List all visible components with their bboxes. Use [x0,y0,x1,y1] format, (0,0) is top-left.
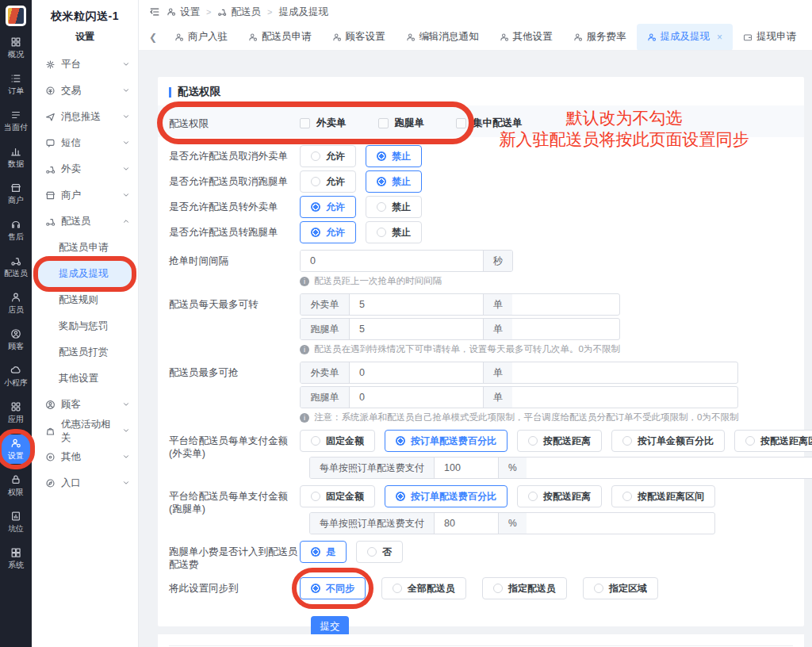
radio-by-distance[interactable]: 按配送距离 [517,430,602,452]
radio-by-distance[interactable]: 按配送距离 [517,485,602,507]
sidebar-subitem-courier-apply[interactable]: 配送员申请 [32,235,138,261]
radio-allow[interactable]: 允许 [300,221,356,243]
daily-transfer-paotui-input[interactable]: 5 [350,319,483,339]
user-icon [406,33,416,42]
checkbox-icon[interactable] [456,118,466,128]
sidebar-item-entry[interactable]: 入口 [32,470,138,496]
breadcrumb: 设置 > 配送员 > 提成及提现 [139,0,812,24]
rail-item-merchant[interactable]: 商户 [2,179,30,209]
checkbox-icon[interactable] [300,118,310,128]
row-grab-interval: 抢单时间间隔 0 秒 i配送员距上一次抢单的时间间隔 [169,250,793,287]
tab-courier-apply[interactable]: 配送员申请 [238,24,322,51]
radio-forbid[interactable]: 禁止 [366,221,422,243]
max-grab-waimai-input[interactable]: 0 [350,362,483,383]
radio-yes[interactable]: 是 [300,541,347,563]
tab-courier[interactable]: 配送员 [806,24,812,51]
customer-icon [45,400,56,410]
tab-commission-withdraw[interactable]: 提成及提现× [637,24,733,51]
row-sync-to: 将此设置同步到 不同步 全部配送员 指定配送员 指定区域 [169,577,793,599]
max-grab-paotui-input[interactable]: 0 [350,387,483,408]
collapse-menu-icon[interactable] [149,6,160,17]
sidebar-item-courier[interactable]: 配送员 [32,209,138,235]
rail-item-staff[interactable]: 店员 [2,289,30,318]
breadcrumb-item-settings[interactable]: 设置 [167,6,200,19]
tab-withdraw-apply[interactable]: 提现申请 [733,24,806,51]
tab-service-rate[interactable]: 服务费率 [563,24,637,51]
app-logo[interactable] [6,6,26,26]
radio-fixed-amount[interactable]: 固定金额 [300,430,375,452]
user-icon [573,33,583,42]
sidebar-item-sms[interactable]: 短信 [32,130,138,156]
radio-icon [311,151,320,161]
rail-item-orders[interactable]: 订单 [2,70,30,99]
rail-item-customer[interactable]: 顾客 [2,325,30,354]
breadcrumb-item-courier[interactable]: 配送员 [217,6,261,19]
radio-all-couriers[interactable]: 全部配送员 [381,577,466,599]
chevron-down-icon [122,426,130,437]
rail-item-apps[interactable]: 应用 [2,398,30,427]
radio-no-sync[interactable]: 不同步 [300,577,366,599]
app-subtitle: 设置 [32,30,138,44]
radio-by-distance-range[interactable]: 按配送距离区间 [734,430,812,452]
tab-merchant-onboard[interactable]: 商户入驻 [164,24,238,51]
radio-specified-area[interactable]: 指定区域 [583,577,658,599]
tab-other-settings[interactable]: 其他设置 [489,24,563,51]
rail-item-slot[interactable]: 坑位 [2,507,30,537]
sidebar-subitem-reward-punish[interactable]: 奖励与惩罚 [32,313,138,339]
radio-icon [311,436,320,446]
sidebar-item-merchant[interactable]: 商户 [32,182,138,209]
rail-item-settings[interactable]: 设置 [2,435,30,464]
radio-allow[interactable]: 允许 [300,145,356,167]
sidebar-item-customer[interactable]: 顾客 [32,392,138,418]
radio-by-delivery-fee-percent[interactable]: 按订单配送费百分比 [385,430,508,452]
rail-item-miniprogram[interactable]: 小程序 [2,362,30,391]
daily-transfer-waimai-input[interactable]: 5 [350,294,483,315]
close-icon[interactable]: × [717,32,722,43]
radio-icon [311,177,320,186]
rail-item-overview[interactable]: 概况 [2,33,30,63]
checkbox-paotui-order[interactable]: 跑腿单 [378,117,425,130]
sidebar-item-other[interactable]: 其他 [32,444,138,470]
data-icon [10,146,21,157]
rail-item-system[interactable]: 系统 [2,544,30,573]
pay-waimai-percent-input[interactable]: 100 [435,457,498,478]
rail-item-aftersale[interactable]: 售后 [2,216,30,245]
radio-allow[interactable]: 允许 [300,196,356,218]
rail-item-face-pay[interactable]: 当面付 [2,106,30,136]
radio-fixed-amount[interactable]: 固定金额 [300,485,375,507]
radio-forbid[interactable]: 禁止 [366,145,422,167]
sidebar-item-push[interactable]: 消息推送 [32,104,138,130]
radio-by-distance-range[interactable]: 按配送距离区间 [611,485,715,507]
annotation-text-line1: 默认改为不勾选 [505,107,743,129]
sidebar-subitem-commission-withdraw[interactable]: 提成及提现 [36,261,134,287]
radio-allow[interactable]: 允许 [300,170,356,193]
radio-no[interactable]: 否 [356,541,403,563]
rail-item-courier[interactable]: 配送员 [2,252,30,281]
sidebar-item-platform[interactable]: 平台 [32,52,138,78]
sidebar-item-waimai[interactable]: 外卖 [32,156,138,182]
checkbox-icon[interactable] [378,118,389,128]
radio-forbid[interactable]: 禁止 [366,170,422,193]
grab-interval-input[interactable]: 0 [301,251,483,271]
input-unit: 单 [483,362,512,383]
rail-item-permission[interactable]: 权限 [2,471,30,500]
dashboard-icon [10,36,21,48]
user-icon [174,33,184,42]
radio-forbid[interactable]: 禁止 [366,196,422,218]
pay-waimai-percent-group: 每单按照订单配送费支付 100 % [309,457,812,479]
sidebar-subitem-courier-tip[interactable]: 配送员打赏 [32,339,138,366]
rail-item-data[interactable]: 数据 [2,143,30,172]
tab-edit-message-notify[interactable]: 编辑消息通知 [396,24,489,51]
radio-specified-couriers[interactable]: 指定配送员 [482,577,567,599]
sidebar-item-trade[interactable]: 交易 [32,78,138,104]
chevron-left-icon[interactable]: ❮ [139,32,164,43]
radio-by-order-amount-percent[interactable]: 按订单金额百分比 [611,430,725,452]
sidebar-item-promo[interactable]: 优惠活动相关 [32,418,138,444]
checkbox-waimai-order[interactable]: 外卖单 [300,117,347,130]
radio-by-delivery-fee-percent[interactable]: 按订单配送费百分比 [385,485,508,507]
tab-customer-settings[interactable]: 顾客设置 [322,24,396,51]
sidebar-subitem-other-settings[interactable]: 其他设置 [32,366,138,392]
input-prepend: 跑腿单 [301,387,350,408]
sidebar-subitem-delivery-rules[interactable]: 配送规则 [32,287,138,313]
pay-paotui-percent-input[interactable]: 80 [435,513,498,534]
